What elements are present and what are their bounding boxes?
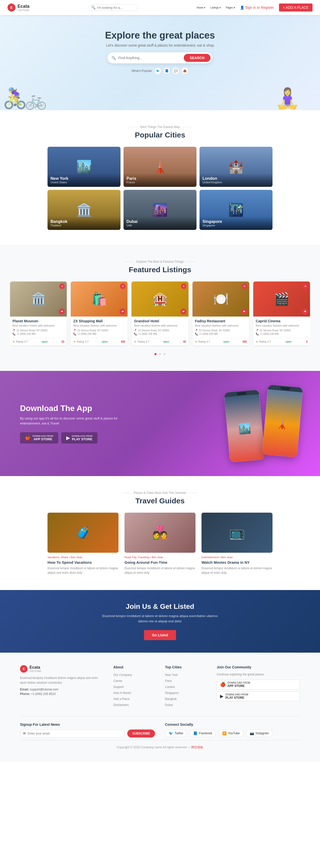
city-card-london[interactable]: 🏰 London United Kingdom	[200, 147, 273, 187]
social-link-instagram[interactable]: 📷 Instagram	[246, 730, 273, 737]
city-card-bangkok[interactable]: 🏛️ Bangkok Thailand	[47, 190, 120, 230]
footer-link-london[interactable]: London	[165, 685, 207, 689]
footer-link-support[interactable]: Support	[113, 685, 155, 689]
message-icon[interactable]: 💬	[172, 67, 179, 74]
twitter-icon[interactable]: 🐦	[154, 67, 161, 74]
appstore-button[interactable]: 🍎 DOWNLOAD FROM APP STORE	[20, 432, 58, 443]
listing-card-4[interactable]: 🍽️ ✕ ❤ Fadisy Restaurant Best vacation f…	[192, 281, 249, 345]
hero-illustration-right: 🧘‍♀️	[275, 87, 300, 110]
footer-appstore-btn[interactable]: 🍎 DOWNLOAD FROM APP STORE	[217, 680, 300, 689]
social-link-facebook[interactable]: 📘 Facebook	[189, 730, 216, 737]
share-icon[interactable]: 📤	[181, 67, 188, 74]
social-link-twitter[interactable]: 🐦 Twitter	[165, 730, 187, 737]
listing-body-2: ZX Shopping Mall Best vacation fashion w…	[71, 316, 128, 338]
guides-section-label: Places & Cities Must Visit This Summer	[20, 491, 300, 495]
listing-img-placeholder: 🛍️	[71, 281, 128, 316]
listing-card-5[interactable]: 🎬 ✕ ❤ Caprid Cinema Best vacation fashio…	[253, 281, 310, 345]
city-card-paris[interactable]: 🗼 Paris France	[123, 147, 197, 187]
hero-search-bar: 🔍 SEARCH	[107, 52, 213, 63]
playstore-icon: ▶	[220, 693, 223, 699]
dot-1[interactable]	[154, 353, 156, 355]
listing-fav-btn-5[interactable]: ❤	[302, 309, 308, 314]
footer-phone: Phone: +1 (040) 235 8510	[20, 692, 103, 696]
hero-search-button[interactable]: SEARCH	[184, 54, 211, 62]
navbar-search[interactable]: 🔍	[88, 4, 138, 11]
rating-2: ★ Rating 4.7	[73, 340, 88, 343]
location-icon: 📍	[256, 329, 259, 332]
footer: E Ecata City Portal Eiusmod tempory inci…	[0, 653, 320, 762]
phone-icon: 📞	[73, 333, 76, 335]
add-place-button[interactable]: + ADD A PLACE	[279, 3, 313, 11]
guide-card-2[interactable]: 💑 Road Trip, Traveling • Ben Jean Going …	[125, 513, 195, 575]
newsletter-submit[interactable]: SUBSCRIBE	[127, 730, 155, 738]
cta-desc: Eiusmod tempor incididunt ut labore et d…	[98, 614, 222, 624]
guide-card-1[interactable]: 🧳 Vacations, Share • Ben Jean How To Spe…	[47, 513, 118, 575]
phone-icon: 📞	[12, 333, 15, 335]
footer-link-add-place[interactable]: Add a Place	[113, 697, 155, 701]
star-icon: ★	[195, 340, 198, 343]
listing-fav-btn-4[interactable]: ❤	[241, 309, 247, 314]
hero-search-input[interactable]	[118, 56, 181, 60]
footer-link-company[interactable]: Our Company	[113, 673, 155, 677]
listing-card-3[interactable]: 🏨 ✕ ❤ Grandsol Hotel Best vacation fashi…	[132, 281, 188, 345]
social-link-youtube[interactable]: ▶️ YouTube	[218, 730, 244, 737]
youtube-icon: ▶️	[222, 731, 226, 735]
listing-close-btn-4[interactable]: ✕	[242, 283, 247, 289]
listing-phone-1: 📞 +1 (009) 236 985	[12, 333, 64, 335]
navbar-nav: Home ▾ Listings ▾ Pages ▾ 👤 Sign in or R…	[197, 3, 313, 11]
phone-screen-2: 🗼	[262, 390, 303, 458]
footer-link-singapore[interactable]: Singapore	[165, 691, 207, 695]
city-card-singapore[interactable]: 🌃 Singapore Singapore	[200, 190, 273, 230]
dot-3[interactable]	[164, 353, 166, 355]
footer-bottom-row: Signup For Latest News ✉ SUBSCRIBE Conne…	[20, 716, 300, 738]
footer-link-paris[interactable]: Paris	[165, 679, 207, 683]
cta-button[interactable]: Go Listed	[144, 630, 176, 640]
listing-fav-btn-3[interactable]: ❤	[180, 309, 186, 314]
footer-link-how-it-works[interactable]: How It Works	[113, 691, 155, 695]
footer-about-col: About Our Company Carres Support How It …	[113, 665, 155, 709]
footer-link-dubai[interactable]: Dubai	[165, 703, 207, 707]
guide-img-1: 🧳	[47, 513, 118, 553]
listing-addr-3: 📍 32 Simson Road, NY 02003	[134, 329, 186, 332]
city-overlay: Paris France	[123, 173, 197, 187]
facebook-icon[interactable]: 📘	[163, 67, 170, 74]
footer-link-careers[interactable]: Carres	[113, 679, 155, 683]
nav-pages[interactable]: Pages ▾	[226, 6, 235, 9]
popular-cities-section: Rent Things The Easiest Way Popular Citi…	[0, 110, 320, 245]
brand-logo[interactable]: E Ecata City Portal	[7, 3, 30, 11]
nav-listings[interactable]: Listings ▾	[210, 6, 221, 9]
city-overlay: Dubai UAE	[123, 216, 197, 230]
rating-label: Rating	[259, 340, 266, 343]
city-card-dubai[interactable]: 🌆 Dubai UAE	[123, 190, 197, 230]
guide-card-3[interactable]: 📺 Entertainment • Ben Jean Watch Movies …	[202, 513, 273, 575]
listing-img-5: 🎬 ✕ ❤	[253, 281, 310, 316]
footer-playstore-btn[interactable]: ▶ DOWNLOAD FROM PLAY STORE	[217, 691, 300, 701]
social-section: Connect Socially 🐦 Twitter 📘 Facebook ▶️…	[165, 722, 300, 738]
listing-close-btn-5[interactable]: ✕	[303, 283, 308, 289]
nav-home[interactable]: Home ▾	[197, 6, 206, 9]
footer-logo-icon: E	[20, 665, 28, 673]
user-icon: 👤	[240, 5, 244, 9]
playstore-button[interactable]: ▶ DOWNLOAD FROM PLAY STORE	[61, 432, 98, 443]
listing-card-1[interactable]: 🏛️ ✕ ❤ Planet Museum Best vacation hotel…	[10, 281, 67, 345]
footer-link-bangkok[interactable]: Bangkok	[165, 697, 207, 701]
dot-2[interactable]	[159, 353, 161, 355]
footer-link-newyork[interactable]: New York	[165, 673, 207, 677]
hero-illustration-left: 🚴‍♀️	[2, 87, 28, 110]
listing-footer-5: ★ Rating 4.7 open $	[253, 338, 310, 345]
star-icon: ★	[12, 340, 15, 343]
signin-link[interactable]: 👤 Sign in or Register	[240, 5, 274, 9]
city-card-newyork[interactable]: 🏙️ New York United States	[47, 147, 120, 187]
popular-icons: 🐦 📘 💬 📤	[154, 67, 188, 74]
search-input[interactable]	[97, 6, 135, 9]
listing-body-1: Planet Museum Best vacation hotels with …	[10, 316, 67, 338]
footer-grid: E Ecata City Portal Eiusmod tempory inci…	[20, 665, 300, 709]
star-icon: ★	[134, 340, 137, 343]
travel-guides-section: Places & Cities Must Visit This Summer T…	[0, 476, 320, 590]
copyright-link[interactable]: 网页模板	[191, 746, 203, 749]
listing-card-2[interactable]: 🛍️ ✕ ❤ ZX Shopping Mall Best vacation fa…	[71, 281, 128, 345]
app-phones: 🏙️ 🗼	[227, 386, 300, 461]
newsletter-input[interactable]	[20, 730, 125, 738]
footer-link-disclaimers[interactable]: Disclaimers	[113, 703, 155, 707]
listing-close-btn-3[interactable]: ✕	[181, 283, 186, 289]
